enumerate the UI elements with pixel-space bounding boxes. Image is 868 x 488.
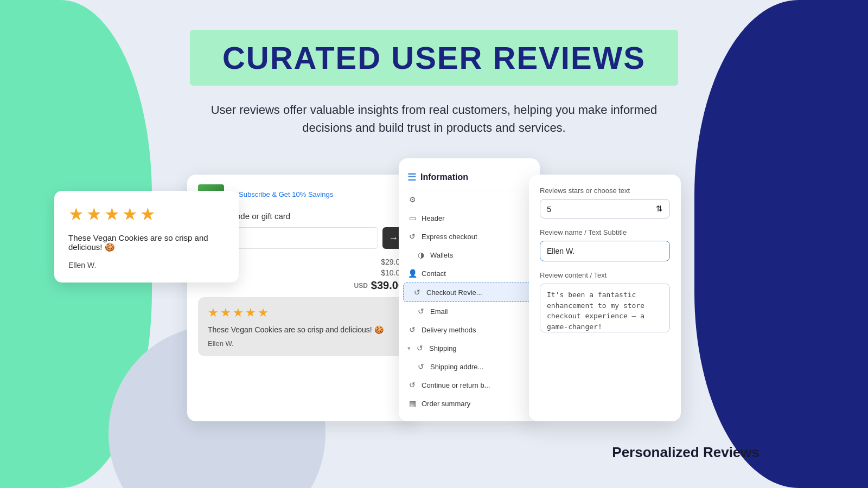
sidebar-item-label: Header (422, 214, 445, 222)
shipping-icon: ↺ (415, 344, 425, 352)
cards-container: ★ ★ ★ ★ ★ These Vegan Cookies are so cri… (108, 158, 760, 421)
stars-value: 5 (547, 204, 551, 214)
select-chevron-icon: ⇅ (656, 204, 663, 214)
review-editor-panel: Reviews stars or choose text 5 ⇅ Review … (529, 175, 681, 421)
checkout-bottom-card: ★ ★ ★ ★ ★ These Vegan Cookies are so cri… (198, 297, 404, 356)
sidebar-item-email[interactable]: ↺ Email (399, 302, 540, 320)
shopify-panel: ☰ Information ⚙ ▭ Header ↺ Express check… (399, 158, 540, 421)
review-float-author: Ellen W. (68, 261, 225, 269)
review-float-text: These Vegan Cookies are so crisp and del… (68, 233, 225, 252)
review-card-float: ★ ★ ★ ★ ★ These Vegan Cookies are so cri… (54, 191, 239, 282)
review-stars-small: ★ ★ ★ ★ ★ (208, 306, 394, 320)
name-input[interactable] (540, 241, 670, 261)
sidebar-item-order-summary[interactable]: ▦ Order summary (399, 394, 540, 413)
continue-icon: ↺ (407, 381, 417, 389)
review-bottom-text: These Vegan Cookies are so crisp and del… (208, 325, 394, 334)
sidebar-item-header[interactable]: ▭ Header (399, 209, 540, 227)
sidebar-item-shipping[interactable]: ▾ ↺ Shipping (399, 339, 540, 357)
sidebar-item-wallets[interactable]: ◑ Wallets (399, 246, 540, 264)
sidebar-item-contact[interactable]: 👤 Contact (399, 264, 540, 282)
email-icon: ↺ (416, 307, 426, 316)
personalized-label: Personalized Reviews (612, 444, 760, 461)
content-label: Review content / Text (540, 271, 670, 279)
sidebar-item-continue[interactable]: ↺ Continue or return b... (399, 376, 540, 394)
review-bottom-author: Ellen W. (208, 339, 394, 348)
delivery-icon: ↺ (407, 325, 417, 334)
header-icon: ▭ (407, 214, 417, 222)
sidebar-item-label: Wallets (430, 251, 453, 259)
content-textarea[interactable]: It's been a fantastic enhancement to my … (540, 284, 670, 332)
sidebar-item-label: Express checkout (422, 233, 477, 241)
page-subtitle: User reviews offer valuable insights fro… (201, 101, 667, 137)
sidebar-item-shipping-address[interactable]: ↺ Shipping addre... (399, 357, 540, 376)
sidebar-item-settings[interactable]: ⚙ (399, 190, 540, 209)
sidebar-item-label: Shipping addre... (430, 363, 483, 371)
page-title: CURATED USER REVIEWS (222, 40, 646, 76)
sidebar-item-label: Continue or return b... (422, 381, 490, 389)
express-checkout-icon: ↺ (407, 232, 417, 241)
chevron-icon: ▾ (407, 345, 411, 352)
sidebar-item-label: Shipping (429, 344, 457, 352)
sidebar-header-icon: ☰ (407, 171, 416, 183)
contact-icon: 👤 (407, 269, 417, 278)
sidebar-header-title: Information (420, 172, 468, 182)
settings-icon: ⚙ (407, 195, 417, 204)
sidebar-item-express-checkout[interactable]: ↺ Express checkout (399, 227, 540, 246)
title-banner: CURATED USER REVIEWS (190, 30, 678, 86)
shopify-sidebar-header: ☰ Information (399, 167, 540, 190)
checkout-review-icon: ↺ (412, 288, 422, 297)
wallets-icon: ◑ (416, 251, 426, 259)
sidebar-item-label: Order summary (422, 400, 470, 408)
sidebar-item-label: Email (430, 307, 448, 316)
review-stars-big: ★ ★ ★ ★ ★ (68, 204, 225, 224)
sidebar-item-label: Contact (422, 269, 446, 278)
sidebar-item-delivery[interactable]: ↺ Delivery methods (399, 320, 540, 339)
stars-select[interactable]: 5 ⇅ (540, 199, 670, 219)
shipping-address-icon: ↺ (416, 362, 426, 371)
sidebar-item-label: Checkout Revie... (426, 288, 482, 297)
name-label: Review name / Text Subtitle (540, 228, 670, 236)
sidebar-item-label: Delivery methods (422, 326, 476, 334)
order-summary-icon: ▦ (407, 399, 417, 408)
sidebar-item-checkout-review[interactable]: ↺ Checkout Revie... (403, 282, 535, 302)
subscribe-link[interactable]: Subscribe & Get 10% Savings (229, 190, 333, 198)
usd-label: USD (354, 282, 367, 290)
stars-label: Reviews stars or choose text (540, 187, 670, 195)
